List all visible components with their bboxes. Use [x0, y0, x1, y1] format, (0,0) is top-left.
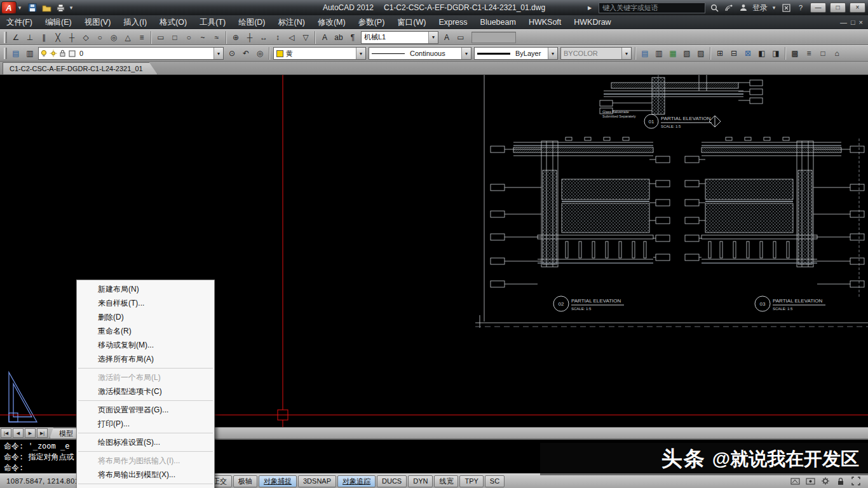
toggle-lineweight[interactable]: 线宽: [434, 475, 458, 487]
menu-view[interactable]: 视图(V): [78, 15, 118, 29]
context-menu-item-from-template[interactable]: 来自样板(T)...: [77, 296, 214, 310]
menu-window[interactable]: 窗口(W): [391, 15, 432, 29]
qat-dropdown-icon[interactable]: ▾: [68, 4, 74, 11]
toggle-tpy[interactable]: TPY: [459, 475, 483, 487]
context-menu-item-move-copy[interactable]: 移动或复制(M)...: [77, 338, 214, 352]
chevron-down-icon[interactable]: ▾: [356, 48, 365, 59]
lock-ui-icon[interactable]: [835, 475, 846, 487]
zoom-icon[interactable]: ↕: [271, 30, 285, 44]
layer-on-bulb-icon[interactable]: [39, 48, 48, 58]
snap-center-icon[interactable]: ◎: [107, 30, 121, 44]
menu-express[interactable]: Express: [432, 15, 473, 29]
app-menu-caret-icon[interactable]: ▾: [17, 4, 23, 11]
tab-nav-last-button[interactable]: ▶|: [37, 428, 48, 438]
menu-draw[interactable]: 绘图(D): [232, 15, 271, 29]
snap-apparent-intersection-icon[interactable]: ◇: [79, 30, 93, 44]
menu-hwksoft[interactable]: HWKSoft: [522, 15, 567, 29]
plot-icon[interactable]: [54, 2, 67, 13]
context-menu-item-export-layout-to-model[interactable]: 将布局输出到模型(X)...: [77, 468, 214, 482]
save-icon[interactable]: [26, 2, 39, 13]
layer-freeze-sun-icon[interactable]: [48, 48, 58, 58]
snap-endpoint-icon[interactable]: ∥: [37, 30, 51, 44]
context-menu-item-plot[interactable]: 打印(P)...: [77, 417, 214, 431]
doc-close-icon[interactable]: ×: [859, 18, 863, 26]
snap-intersection-icon[interactable]: ┼: [65, 30, 79, 44]
help-icon[interactable]: ?: [795, 2, 806, 13]
menu-modify[interactable]: 修改(M): [311, 15, 352, 29]
block-editor-icon[interactable]: ⊟: [727, 46, 741, 60]
toolbar-grip[interactable]: [4, 48, 7, 59]
toggle-3dsnap[interactable]: 3DSNAP: [298, 475, 336, 487]
menu-hwkdraw[interactable]: HWKDraw: [567, 15, 617, 29]
context-menu-item-drawing-standards[interactable]: 绘图标准设置(S)...: [77, 435, 214, 449]
snap-tangent-icon[interactable]: ≡: [135, 30, 149, 44]
toggle-dyn[interactable]: DYN: [408, 475, 433, 487]
context-menu-item-activate-model-tab[interactable]: 激活模型选项卡(C): [77, 384, 214, 398]
text-style-icon[interactable]: A: [318, 30, 332, 44]
login-button[interactable]: 登录: [752, 3, 768, 13]
menu-tools[interactable]: 工具(T): [193, 15, 232, 29]
dim-style-icon[interactable]: ab: [332, 30, 346, 44]
linetype-combo[interactable]: Continuous ▾: [369, 47, 471, 60]
layer-color-swatch[interactable]: [67, 48, 77, 58]
tab-nav-prev-button[interactable]: ◀: [13, 428, 24, 438]
search-input[interactable]: [599, 3, 705, 13]
snap-midpoint-icon[interactable]: ╳: [51, 30, 65, 44]
layer-isolate-icon[interactable]: ◎: [253, 46, 267, 60]
snap-extension-icon[interactable]: ○: [93, 30, 107, 44]
snap-from-icon[interactable]: ⊥: [23, 30, 37, 44]
measure-icon[interactable]: ⊞: [713, 46, 727, 60]
layer-combo[interactable]: 0 ▾: [38, 47, 224, 60]
layer-properties-icon[interactable]: ▤: [9, 46, 23, 60]
open-icon[interactable]: [40, 2, 53, 13]
chevron-down-icon[interactable]: ▾: [461, 48, 471, 59]
toggle-osnap[interactable]: 对象捕捉: [259, 475, 297, 487]
login-caret-icon[interactable]: ▾: [771, 4, 777, 11]
context-menu-item-page-setup-manager[interactable]: 页面设置管理器(G)...: [77, 403, 214, 417]
menu-parametric[interactable]: 参数(P): [352, 15, 391, 29]
color-combo[interactable]: 黄 ▾: [273, 47, 366, 60]
app-menu-button[interactable]: A: [1, 1, 17, 14]
annotation-visibility-icon[interactable]: [804, 475, 816, 487]
menu-insert[interactable]: 插入(I): [117, 15, 153, 29]
search-expand-icon[interactable]: ▶: [584, 2, 595, 13]
layer-states-icon[interactable]: ▥: [23, 46, 37, 60]
workspace-gear-icon[interactable]: [820, 475, 831, 487]
snap-none-icon[interactable]: ⊕: [229, 30, 243, 44]
lineweight-combo[interactable]: ByLayer ▾: [474, 47, 558, 60]
chevron-down-icon[interactable]: ▾: [214, 48, 223, 59]
tab-nav-first-button[interactable]: |◀: [1, 428, 11, 438]
dim-style-combo[interactable]: 机械L1 ▾: [361, 31, 438, 44]
table-style-icon[interactable]: ¶: [346, 30, 360, 44]
context-menu-item-delete[interactable]: 删除(D): [77, 310, 214, 324]
properties-icon[interactable]: ▤: [638, 46, 652, 60]
render-icon[interactable]: ⌂: [830, 46, 844, 60]
close-button[interactable]: ×: [850, 3, 865, 13]
layer-walk-icon[interactable]: ≡: [802, 46, 816, 60]
make-object-layer-current-icon[interactable]: ⊙: [225, 46, 239, 60]
menu-dimension[interactable]: 标注(N): [272, 15, 311, 29]
snap-nearest-icon[interactable]: ≈: [210, 30, 224, 44]
user-icon[interactable]: [738, 2, 749, 13]
plot-style-combo[interactable]: BYCOLOR ▾: [560, 47, 632, 60]
menu-edit[interactable]: 编辑(E): [39, 15, 78, 29]
snap-parallel-icon[interactable]: □: [168, 30, 182, 44]
search-icon[interactable]: [709, 2, 720, 13]
drawing-area[interactable]: Glass Balustrade Submitted Separately 01…: [0, 75, 868, 427]
snap-insert-icon[interactable]: ~: [196, 30, 210, 44]
toggle-sc[interactable]: SC: [485, 475, 505, 487]
exchange-apps-icon[interactable]: [780, 2, 792, 13]
match-properties-icon[interactable]: ▥: [652, 46, 666, 60]
markup-icon[interactable]: ▧: [680, 46, 694, 60]
text-edit-icon[interactable]: ◨: [769, 46, 783, 60]
dim-break-icon[interactable]: ▭: [454, 30, 468, 44]
toggle-polar[interactable]: 极轴: [233, 475, 257, 487]
layer-previous-icon[interactable]: ↶: [239, 46, 253, 60]
maximize-button[interactable]: □: [830, 3, 846, 13]
chevron-down-icon[interactable]: ▾: [621, 48, 631, 59]
dim-space-icon[interactable]: A: [440, 30, 454, 44]
doc-restore-icon[interactable]: □: [851, 18, 855, 26]
context-menu-item-select-all-layouts[interactable]: 选择所有布局(A): [77, 352, 214, 366]
toggle-otrack[interactable]: 对象追踪: [337, 475, 376, 487]
zoom-previous-icon[interactable]: ▽: [299, 30, 313, 44]
